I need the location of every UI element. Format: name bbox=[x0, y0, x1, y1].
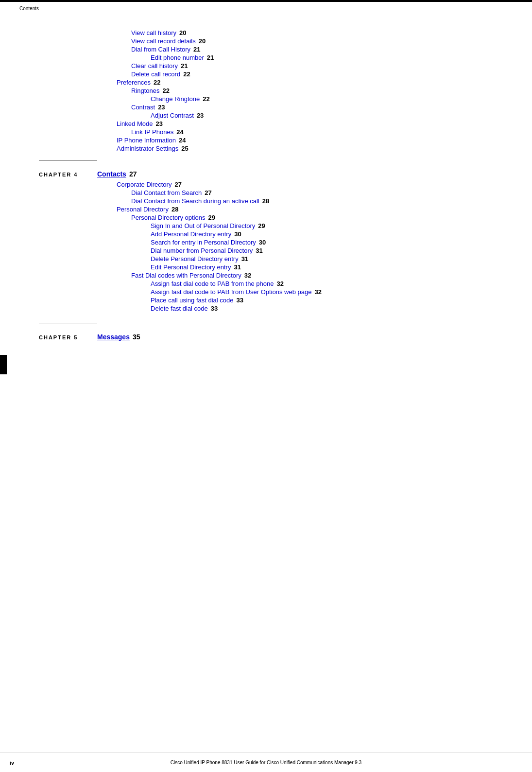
footer-text: Cisco Unified IP Phone 8831 User Guide f… bbox=[171, 760, 361, 765]
toc-link[interactable]: Dial from Call History bbox=[131, 46, 190, 53]
toc-page: 27 bbox=[205, 189, 211, 196]
toc-link[interactable]: Personal Directory bbox=[117, 206, 169, 213]
toc-entry: Fast Dial codes with Personal Directory3… bbox=[19, 272, 513, 279]
toc-link[interactable]: Dial Contact from Search bbox=[131, 189, 202, 196]
toc-page: 32 bbox=[314, 288, 321, 296]
toc-page: 23 bbox=[155, 120, 162, 127]
toc-link[interactable]: Contrast bbox=[131, 104, 155, 111]
toc-entry: Dial Contact from Search during an activ… bbox=[19, 197, 513, 205]
toc-link[interactable]: Preferences bbox=[117, 79, 151, 86]
toc-page: 24 bbox=[179, 137, 186, 144]
toc-entry: Personal Directory28 bbox=[19, 206, 513, 213]
toc-link[interactable]: Link IP Phones bbox=[131, 128, 173, 136]
toc-entry: Place call using fast dial code33 bbox=[19, 297, 513, 304]
toc-page: 22 bbox=[163, 87, 170, 94]
chapter5-block: CHAPTER 5 Messages 35 bbox=[19, 333, 513, 341]
divider-ch4 bbox=[39, 160, 97, 160]
toc-page: 33 bbox=[211, 305, 218, 312]
toc-section-top: View call history20View call record deta… bbox=[19, 29, 513, 152]
toc-chapter4: Corporate Directory27Dial Contact from S… bbox=[19, 181, 513, 312]
toc-page: 31 bbox=[241, 255, 248, 263]
toc-link[interactable]: Edit phone number bbox=[151, 54, 204, 61]
chapter4-title[interactable]: Contacts bbox=[97, 170, 126, 178]
toc-link[interactable]: Assign fast dial code to PAB from the ph… bbox=[151, 280, 274, 287]
toc-link[interactable]: IP Phone Information bbox=[117, 137, 176, 144]
toc-link[interactable]: Adjust Contrast bbox=[151, 112, 194, 119]
toc-entry: Search for entry in Personal Directory30 bbox=[19, 239, 513, 246]
toc-link[interactable]: Dial number from Personal Directory bbox=[151, 247, 253, 254]
toc-entry: Linked Mode23 bbox=[19, 120, 513, 127]
toc-page: 31 bbox=[234, 263, 240, 271]
toc-link[interactable]: Personal Directory options bbox=[131, 214, 205, 221]
toc-page: 28 bbox=[262, 197, 269, 205]
toc-page: 23 bbox=[158, 104, 165, 111]
toc-entry: Preferences22 bbox=[19, 79, 513, 86]
page: Contents View call history20View call re… bbox=[0, 0, 532, 772]
left-tab bbox=[0, 355, 7, 374]
toc-page: 29 bbox=[208, 214, 215, 221]
toc-page: 30 bbox=[234, 230, 241, 238]
toc-page: 23 bbox=[197, 112, 204, 119]
toc-link[interactable]: Delete fast dial code bbox=[151, 305, 208, 312]
divider-ch5 bbox=[39, 323, 97, 323]
toc-entry: IP Phone Information24 bbox=[19, 137, 513, 144]
toc-link[interactable]: Ringtones bbox=[131, 87, 160, 94]
toc-page: 27 bbox=[174, 181, 181, 188]
header-label: Contents bbox=[19, 6, 39, 11]
toc-entry: Delete fast dial code33 bbox=[19, 305, 513, 312]
chapter5-label: CHAPTER 5 bbox=[19, 334, 97, 340]
toc-page: 33 bbox=[237, 297, 243, 304]
chapter5-page: 35 bbox=[133, 333, 140, 341]
toc-entry: Assign fast dial code to PAB from the ph… bbox=[19, 280, 513, 287]
toc-link[interactable]: Place call using fast dial code bbox=[151, 297, 234, 304]
toc-entry: Sign In and Out of Personal Directory29 bbox=[19, 222, 513, 229]
toc-entry: Delete Personal Directory entry31 bbox=[19, 255, 513, 263]
toc-link[interactable]: Corporate Directory bbox=[117, 181, 172, 188]
toc-link[interactable]: Edit Personal Directory entry bbox=[151, 263, 231, 271]
toc-link[interactable]: Fast Dial codes with Personal Directory bbox=[131, 272, 241, 279]
toc-link[interactable]: Dial Contact from Search during an activ… bbox=[131, 197, 259, 205]
toc-link[interactable]: Change Ringtone bbox=[151, 95, 200, 103]
toc-link[interactable]: Sign In and Out of Personal Directory bbox=[151, 222, 255, 229]
toc-entry: Ringtones22 bbox=[19, 87, 513, 94]
toc-link[interactable]: View call record details bbox=[131, 37, 196, 45]
toc-link[interactable]: Clear call history bbox=[131, 62, 178, 70]
chapter4-page: 27 bbox=[129, 170, 137, 178]
toc-entry: Edit Personal Directory entry31 bbox=[19, 263, 513, 271]
toc-entry: Link IP Phones24 bbox=[19, 128, 513, 136]
toc-link[interactable]: Add Personal Directory entry bbox=[151, 230, 231, 238]
toc-page: 20 bbox=[179, 29, 186, 36]
toc-link[interactable]: Administrator Settings bbox=[117, 145, 178, 152]
toc-page: 30 bbox=[259, 239, 266, 246]
toc-page: 31 bbox=[256, 247, 262, 254]
toc-entry: Assign fast dial code to PAB from User O… bbox=[19, 288, 513, 296]
toc-link[interactable]: Delete Personal Directory entry bbox=[151, 255, 239, 263]
toc-entry: View call record details20 bbox=[19, 37, 513, 45]
toc-link[interactable]: Delete call record bbox=[131, 70, 180, 78]
toc-page: 21 bbox=[181, 62, 188, 70]
toc-entry: View call history20 bbox=[19, 29, 513, 36]
toc-page: 25 bbox=[181, 145, 188, 152]
toc-entry: Dial number from Personal Directory31 bbox=[19, 247, 513, 254]
toc-entry: Add Personal Directory entry30 bbox=[19, 230, 513, 238]
chapter5-title[interactable]: Messages bbox=[97, 333, 130, 341]
toc-entry: Delete call record22 bbox=[19, 70, 513, 78]
toc-entry: Administrator Settings25 bbox=[19, 145, 513, 152]
chapter4-label: CHAPTER 4 bbox=[19, 172, 97, 177]
toc-page: 32 bbox=[276, 280, 283, 287]
toc-link[interactable]: Linked Mode bbox=[117, 120, 153, 127]
toc-link[interactable]: Assign fast dial code to PAB from User O… bbox=[151, 288, 311, 296]
toc-page: 29 bbox=[258, 222, 265, 229]
toc-entry: Contrast23 bbox=[19, 104, 513, 111]
toc-link[interactable]: View call history bbox=[131, 29, 176, 36]
toc-page: 22 bbox=[183, 70, 190, 78]
toc-page: 21 bbox=[193, 46, 200, 53]
chapter4-block: CHAPTER 4 Contacts 27 bbox=[19, 170, 513, 178]
toc-page: 20 bbox=[199, 37, 206, 45]
toc-entry: Corporate Directory27 bbox=[19, 181, 513, 188]
toc-page: 22 bbox=[203, 95, 209, 103]
toc-page: 24 bbox=[176, 128, 183, 136]
footer: iv Cisco Unified IP Phone 8831 User Guid… bbox=[0, 753, 532, 772]
toc-entry: Personal Directory options29 bbox=[19, 214, 513, 221]
toc-link[interactable]: Search for entry in Personal Directory bbox=[151, 239, 256, 246]
